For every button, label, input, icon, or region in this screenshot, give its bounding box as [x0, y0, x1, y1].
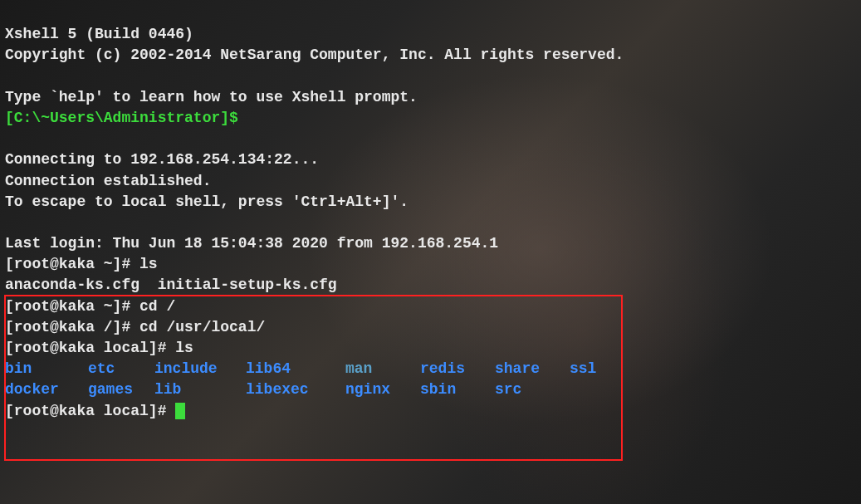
dir-docker: docker	[5, 379, 88, 400]
dir-lib: lib	[154, 379, 246, 400]
ls-output-row-1: binetcincludelib64manredissharessl	[5, 359, 856, 379]
dir-ssl: ssl	[570, 359, 596, 379]
cmd-ls-2: ls	[166, 340, 193, 356]
dir-libexec: libexec	[246, 379, 345, 400]
dir-lib64: lib64	[246, 359, 345, 379]
ls-home-output: anaconda-ks.cfg initial-setup-ks.cfg	[5, 276, 337, 293]
cmd-ls-1: ls	[130, 256, 157, 272]
dir-man: man	[345, 359, 420, 379]
connection-established-line: Connection established.	[5, 173, 211, 189]
dir-sbin: sbin	[420, 379, 495, 400]
dir-games: games	[88, 379, 154, 400]
cmd-cd-usr-local: cd /usr/local/	[130, 319, 265, 335]
connecting-line: Connecting to 192.168.254.134:22...	[5, 151, 319, 168]
prompt-root: [root@kaka /]#	[5, 319, 130, 335]
help-hint: Type `help' to learn how to use Xshell p…	[5, 89, 418, 105]
prompt-local-1: [root@kaka local]#	[5, 340, 166, 356]
prompt-home-1: [root@kaka ~]#	[5, 256, 130, 272]
dir-include: include	[154, 359, 246, 379]
dir-src: src	[495, 379, 521, 400]
copyright-line: Copyright (c) 2002-2014 NetSarang Comput…	[5, 46, 624, 63]
escape-hint-line: To escape to local shell, press 'Ctrl+Al…	[5, 193, 408, 210]
local-shell-prompt: [C:\~Users\Administrator]$	[5, 110, 238, 126]
prompt-home-2: [root@kaka ~]#	[5, 298, 130, 315]
dir-nginx: nginx	[345, 379, 420, 400]
dir-etc: etc	[88, 359, 154, 379]
dir-share: share	[495, 359, 570, 379]
ls-output-row-2: dockergamesliblibexecnginxsbinsrc	[5, 379, 856, 400]
dir-redis: redis	[420, 359, 495, 379]
cmd-cd-root: cd /	[130, 298, 175, 315]
app-title: Xshell 5 (Build 0446)	[5, 26, 193, 42]
cursor[interactable]	[175, 403, 185, 419]
terminal-output[interactable]: Xshell 5 (Build 0446) Copyright (c) 2002…	[0, 0, 861, 425]
prompt-local-2: [root@kaka local]#	[5, 403, 166, 419]
last-login-line: Last login: Thu Jun 18 15:04:38 2020 fro…	[5, 235, 498, 252]
dir-bin: bin	[5, 359, 88, 379]
